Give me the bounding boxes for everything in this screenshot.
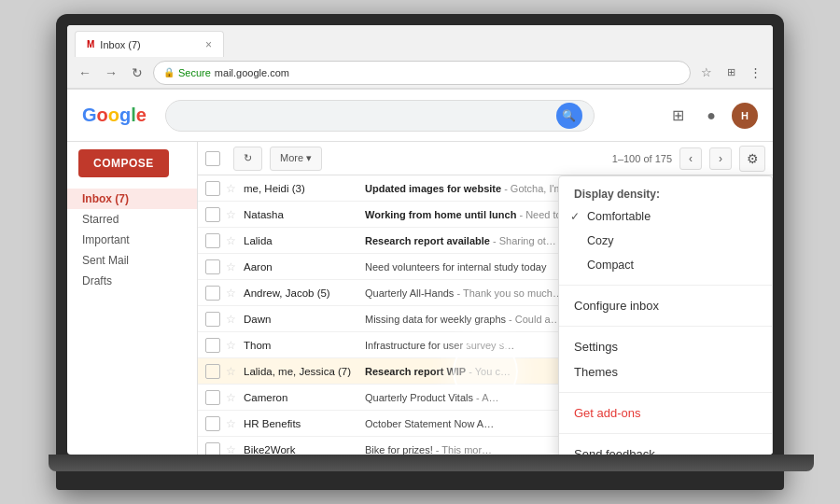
density-cozy[interactable]: Cozy	[559, 229, 772, 253]
address-text: mail.google.com	[215, 67, 289, 78]
sidebar-item-sent[interactable]: Sent Mail	[67, 250, 197, 271]
configure-section: Configure inbox	[559, 286, 772, 327]
row-checkbox[interactable]	[205, 259, 220, 274]
prev-page-btn[interactable]: ‹	[679, 147, 702, 170]
compose-button[interactable]: COMPOSE	[78, 149, 169, 177]
get-addons-btn[interactable]: Get add-ons	[559, 400, 772, 426]
row-sender: me, Heidi (3)	[244, 183, 365, 194]
sidebar-item-starred[interactable]: Starred	[67, 209, 197, 230]
row-star[interactable]: ☆	[226, 365, 236, 378]
sidebar-item-drafts[interactable]: Drafts	[67, 271, 197, 291]
search-bar[interactable]: 🔍	[165, 100, 595, 132]
row-sender: Dawn	[244, 314, 365, 325]
row-checkbox[interactable]	[205, 312, 220, 327]
row-checkbox[interactable]	[205, 416, 220, 431]
account-icon[interactable]: ●	[698, 103, 724, 129]
send-feedback-btn[interactable]: Send feedback	[559, 441, 772, 455]
sidebar-sent-label: Sent Mail	[82, 254, 129, 267]
configure-inbox-btn[interactable]: Configure inbox	[559, 293, 772, 318]
page-numbers: 1–100 of 175	[612, 153, 672, 164]
comfortable-label: Comfortable	[587, 210, 651, 223]
sidebar: COMPOSE Inbox (7) Starred Important Sent…	[67, 142, 198, 455]
bookmark-btn[interactable]: ☆	[696, 63, 717, 83]
sidebar-item-inbox[interactable]: Inbox (7)	[67, 189, 197, 209]
active-tab[interactable]: M Inbox (7) ×	[75, 31, 224, 57]
back-btn[interactable]: ←	[75, 63, 95, 83]
extensions-btn[interactable]: ⊞	[721, 63, 741, 83]
header-actions: ⊞ ● H	[665, 103, 758, 129]
more-toolbar-btn[interactable]: More ▾	[270, 147, 322, 171]
settings-section: Settings Themes	[559, 327, 772, 393]
row-sender: Andrew, Jacob (5)	[244, 287, 365, 299]
google-logo: Google	[82, 105, 147, 126]
more-btn[interactable]: ⋮	[745, 63, 765, 83]
row-star[interactable]: ☆	[226, 234, 236, 247]
settings-gear-btn[interactable]: ⚙	[739, 146, 765, 172]
refresh-email-btn[interactable]: ↻	[233, 147, 262, 171]
row-sender: Bike2Work	[244, 444, 365, 455]
row-sender: Thom	[244, 340, 365, 351]
nav-actions: ☆ ⊞ ⋮	[696, 63, 765, 83]
sidebar-inbox-label: Inbox (7)	[82, 192, 129, 205]
row-star[interactable]: ☆	[226, 391, 236, 404]
cozy-label: Cozy	[587, 234, 613, 247]
row-sender: Cameron	[244, 392, 365, 403]
density-compact[interactable]: Compact	[559, 253, 772, 277]
row-checkbox[interactable]	[205, 338, 220, 353]
row-star[interactable]: ☆	[226, 287, 236, 300]
addons-section: Get add-ons	[559, 393, 772, 434]
density-header: Display density:	[559, 184, 772, 204]
laptop-base	[49, 455, 814, 471]
row-checkbox[interactable]	[205, 442, 220, 455]
row-sender: Lalida	[244, 235, 365, 246]
avatar[interactable]: H	[732, 103, 758, 129]
sidebar-drafts-label: Drafts	[82, 274, 112, 287]
row-star[interactable]: ☆	[226, 182, 236, 195]
browser-chrome: M Inbox (7) × ← → ↻ 🔒 Secure mail.google…	[67, 25, 773, 90]
refresh-btn[interactable]: ↻	[127, 63, 147, 83]
row-star[interactable]: ☆	[226, 417, 236, 430]
email-main: ↻ More ▾ 1–100 of 175 ‹ › ⚙ ☆	[198, 142, 773, 455]
density-comfortable[interactable]: Comfortable	[559, 204, 772, 229]
feedback-section: Send feedback Help	[559, 434, 772, 455]
nav-bar: ← → ↻ 🔒 Secure mail.google.com ☆ ⊞ ⋮	[67, 57, 773, 89]
sidebar-starred-label: Starred	[82, 213, 119, 226]
row-sender: HR Benefits	[244, 418, 365, 429]
row-star[interactable]: ☆	[226, 339, 236, 352]
forward-btn[interactable]: →	[101, 63, 121, 83]
next-page-btn[interactable]: ›	[709, 147, 732, 170]
row-star[interactable]: ☆	[226, 208, 236, 221]
search-button[interactable]: 🔍	[556, 103, 582, 129]
secure-icon: 🔒	[163, 67, 175, 77]
sidebar-item-important[interactable]: Important	[67, 230, 197, 250]
address-bar[interactable]: 🔒 Secure mail.google.com	[153, 61, 691, 85]
laptop-screen: M Inbox (7) × ← → ↻ 🔒 Secure mail.google…	[67, 25, 773, 455]
row-checkbox[interactable]	[205, 364, 220, 379]
gmail-header: Google 🔍 ⊞ ● H	[67, 90, 773, 142]
row-star[interactable]: ☆	[226, 313, 236, 326]
row-star[interactable]: ☆	[226, 260, 236, 273]
tab-close-btn[interactable]: ×	[205, 38, 212, 51]
apps-icon[interactable]: ⊞	[665, 103, 691, 129]
compact-label: Compact	[587, 259, 634, 272]
row-sender: Lalida, me, Jessica (7)	[244, 366, 365, 377]
select-checkbox[interactable]	[205, 151, 220, 166]
email-toolbar: ↻ More ▾ 1–100 of 175 ‹ › ⚙	[198, 142, 773, 175]
gmail-body: COMPOSE Inbox (7) Starred Important Sent…	[67, 142, 773, 455]
settings-dropdown: Display density: Comfortable Cozy Compac…	[558, 175, 773, 455]
tab-label: Inbox (7)	[100, 39, 140, 50]
row-checkbox[interactable]	[205, 233, 220, 248]
themes-btn[interactable]: Themes	[559, 359, 772, 385]
row-checkbox[interactable]	[205, 390, 220, 405]
gmail-content: Google 🔍 ⊞ ● H COMPOSE Inbox	[67, 90, 773, 455]
page-info: 1–100 of 175 ‹ › ⚙	[612, 146, 765, 172]
row-checkbox[interactable]	[205, 207, 220, 222]
row-checkbox[interactable]	[205, 181, 220, 196]
settings-btn[interactable]: Settings	[559, 334, 772, 359]
laptop-outer: M Inbox (7) × ← → ↻ 🔒 Secure mail.google…	[56, 14, 784, 490]
row-star[interactable]: ☆	[226, 443, 236, 455]
density-section: Display density: Comfortable Cozy Compac…	[559, 176, 772, 286]
tab-favicon: M	[87, 39, 94, 49]
row-checkbox[interactable]	[205, 286, 220, 301]
tab-bar: M Inbox (7) ×	[67, 25, 773, 57]
